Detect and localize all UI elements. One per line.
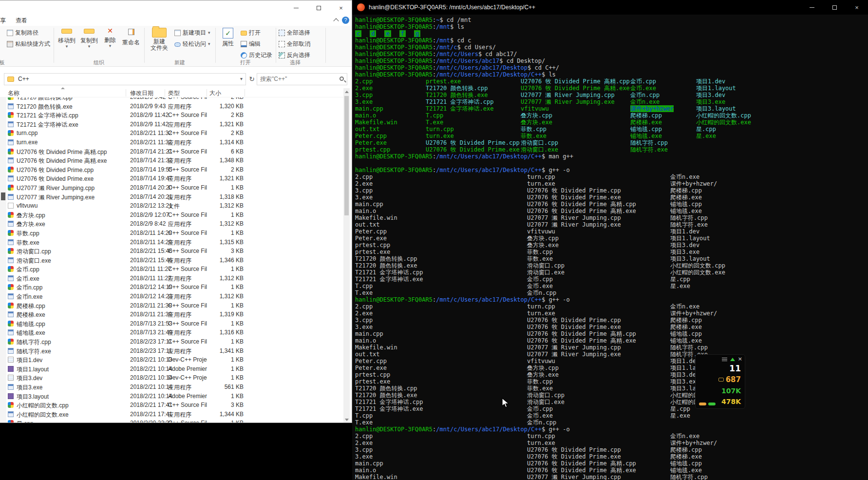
file-row[interactable]: T21720 颜色转换.exe2018/2/9 9:43应用程序1,320 KB — [0, 102, 343, 111]
new-item-button[interactable]: 新建项目 ▾ — [174, 28, 210, 37]
search-input[interactable] — [257, 74, 335, 84]
menu-icon[interactable] — [722, 358, 727, 361]
file-row[interactable]: 铺地毯.cpp2018/7/13 21:53C++ Source File1 K… — [0, 319, 343, 328]
scrollbar-thumb[interactable] — [1, 192, 5, 200]
copy-path-button[interactable]: 复制路径 — [7, 28, 38, 37]
file-row[interactable]: 金币n.exe2018/2/12 14:23应用程序1,312 KB — [0, 292, 343, 301]
file-type: 应用程序 — [168, 257, 191, 265]
file-row[interactable]: 菲数.exe2018/2/11 14:29应用程序1,315 KB — [0, 238, 343, 247]
terminal-text: 爬楼梯.exe — [670, 194, 702, 201]
exe-file-icon — [8, 411, 14, 417]
file-row[interactable]: 项目1.dev2018/2/21 10:13Dev-C++ Project...… — [0, 355, 343, 365]
green-toggle-pill[interactable] — [708, 403, 716, 405]
maximize-button[interactable] — [823, 0, 846, 15]
chevron-down-icon[interactable]: ▾ — [240, 76, 243, 81]
file-row[interactable]: 滑动窗口.exe2018/2/21 15:46应用程序1,346 KB — [0, 256, 343, 265]
file-row[interactable]: 爬楼梯.cpp2018/2/11 21:39C++ Source File1 K… — [0, 301, 343, 310]
file-row[interactable]: 随机字符.cpp2018/2/23 17:11C++ Source File1 … — [0, 337, 343, 346]
file-row[interactable]: vfitvuwu2018/2/12 13:21文件1,312 KB — [0, 201, 343, 211]
rename-button[interactable]: 重命名 — [120, 28, 142, 46]
terminal-text: prtest.cpp — [355, 146, 390, 153]
help-icon[interactable]: ? — [342, 17, 349, 24]
collapse-up-icon[interactable] — [730, 358, 735, 361]
file-row[interactable]: 铺地毯.exe2018/7/13 21:49应用程序1,316 KB — [0, 328, 343, 337]
file-row[interactable]: U27076 牧 Divided Prime 高精.cpp2018/7/14 2… — [0, 147, 343, 156]
refresh-button[interactable]: ↻ — [248, 73, 256, 85]
group-label-new: 新建 — [146, 59, 213, 66]
file-row[interactable]: 星.cpp2018/2/20 22:33C++ Source File1 KB — [0, 419, 343, 423]
properties-button[interactable]: ✓ 属性 — [217, 26, 239, 47]
terminal-text: 项目1.dev — [696, 78, 725, 85]
minimize-button[interactable] — [801, 0, 823, 15]
edit-button[interactable]: 编辑 — [241, 39, 261, 48]
select-all-button[interactable]: 全部选择 — [279, 28, 310, 37]
file-list-scrollbar[interactable] — [343, 88, 350, 423]
terminal-content[interactable]: hanlin@DESKTOP-3FQ0AR5:~$ cd /mnthanlin@… — [352, 15, 868, 480]
close-button[interactable]: × — [846, 0, 868, 15]
file-row[interactable]: 金币.exe2018/2/11 11:27应用程序1,312 KB — [0, 274, 343, 283]
close-button[interactable]: × — [330, 0, 352, 15]
copy-to-button[interactable]: 复制到 ▾ — [78, 28, 100, 49]
file-row[interactable]: T21720 颜色转换.cpp2018/2/9 9:42C++ Source F… — [0, 97, 343, 102]
terminal-line: Peter.cppturn.exe菲数.exe铺地毯.exe星.exe — [355, 133, 868, 139]
file-row[interactable]: 爬楼梯.exe2018/2/11 21:39应用程序1,319 KB — [0, 310, 343, 319]
scroll-up-icon[interactable] — [345, 91, 349, 93]
file-row[interactable]: T21721 金字塔神话.cpp2018/2/9 11:42C++ Source… — [0, 111, 343, 120]
file-row[interactable]: 金币.cpp2018/2/11 11:27C++ Source File1 KB — [0, 265, 343, 274]
file-row[interactable]: 叠方块.cpp2018/2/9 12:07C++ Source File1 KB — [0, 211, 343, 220]
file-size: 1,312 KB — [205, 202, 244, 209]
history-button[interactable]: 历史记录 — [241, 51, 272, 59]
delete-button[interactable]: ✕ 删除 ▾ — [100, 28, 120, 48]
file-row[interactable]: U27076 牧 Divided Prime.exe2018/7/14 19:4… — [0, 174, 343, 183]
file-row[interactable]: 小红帽的回文数.cpp2018/2/21 17:41C++ Source Fil… — [0, 401, 343, 410]
file-row[interactable]: 叠方块.exe2018/2/9 8:42应用程序1,312 KB — [0, 219, 343, 229]
file-row[interactable]: 项目1.layout2018/2/21 10:14Adobe Premiere.… — [0, 365, 343, 374]
open-button[interactable]: 打开 — [241, 28, 261, 37]
new-folder-button[interactable]: 新建 文件夹 — [146, 26, 172, 51]
paste-shortcut-button[interactable]: 粘贴快捷方式 — [7, 39, 50, 48]
invert-selection-button[interactable]: 反向选择 — [279, 51, 310, 59]
tab-view[interactable]: 查看 — [14, 15, 29, 26]
file-row[interactable]: 项目3.exe2018/2/21 10:14应用程序561 KB — [0, 383, 343, 392]
terminal-text: 滑动窗口.cpp — [527, 262, 565, 269]
file-row[interactable]: turn.cpp2018/2/21 11:32C++ Source File2 … — [0, 129, 343, 138]
file-type: C++ Source File — [168, 248, 207, 254]
nav-pane-scrollbar[interactable] — [0, 88, 6, 423]
minimize-button[interactable] — [285, 0, 307, 15]
maximize-button[interactable] — [307, 0, 330, 15]
close-icon[interactable]: × — [738, 357, 742, 362]
group-label-open: 打开 — [217, 59, 274, 66]
file-row[interactable]: 金币n.cpp2018/2/12 14:19C++ Source File1 K… — [0, 283, 343, 292]
file-type: 应用程序 — [168, 193, 191, 202]
terminal-titlebar[interactable]: hanlin@DESKTOP-3FQ0AR5: /mnt/c/Users/abc… — [352, 0, 868, 15]
explorer-titlebar[interactable]: × — [0, 0, 352, 15]
file-row[interactable]: U27077 濑 River Jumping.exe2018/7/14 20:2… — [0, 192, 343, 202]
tab-share-partial[interactable]: 享 — [0, 15, 8, 26]
orange-toggle-pill[interactable] — [699, 403, 706, 405]
search-icon[interactable] — [340, 77, 344, 81]
scrollbar-thumb[interactable] — [344, 96, 349, 215]
select-none-button[interactable]: 全部取消 — [279, 39, 310, 48]
cpp-file-icon — [8, 420, 14, 423]
file-row[interactable]: T21721 金字塔神话.exe2018/2/9 11:42应用程序1,321 … — [0, 120, 343, 129]
file-row[interactable]: 项目3.dev2018/2/21 10:14Dev-C++ Project...… — [0, 373, 343, 383]
file-row[interactable]: U27076 牧 Divided Prime 高精.exe2018/7/14 2… — [0, 156, 343, 165]
move-to-button[interactable]: 移动到 ▾ — [56, 28, 78, 49]
column-header-size[interactable]: 大小 — [209, 89, 221, 97]
file-row[interactable]: 随机字符.exe2018/2/23 17:11应用程序1,341 KB — [0, 346, 343, 356]
easy-access-button[interactable]: 轻松访问 ▾ — [174, 39, 210, 48]
file-row[interactable]: turn.exe2018/2/21 11:32应用程序1,314 KB — [0, 138, 343, 147]
column-header-date[interactable]: 修改日期 — [130, 89, 153, 97]
file-row[interactable]: 小红帽的回文数.exe2018/2/21 17:41应用程序1,344 KB — [0, 410, 343, 419]
column-header-type[interactable]: 类型 — [168, 89, 180, 97]
file-row[interactable]: 项目3.layout2018/2/21 10:14Adobe Premiere.… — [0, 392, 343, 401]
file-row[interactable]: U27076 牧 Divided Prime.cpp2018/7/14 19:5… — [0, 165, 343, 174]
scroll-down-icon[interactable] — [345, 419, 349, 421]
breadcrumb[interactable]: C++ ▾ — [4, 73, 246, 85]
file-row[interactable]: 滑动窗口.cpp2018/2/21 15:46C++ Source File3 … — [0, 247, 343, 256]
column-header-name[interactable]: 名称 — [8, 89, 19, 97]
file-row[interactable]: 菲数.cpp2018/2/11 14:29C++ Source File1 KB — [0, 229, 343, 238]
file-row[interactable]: U27077 濑 River Jumping.cpp2018/7/14 20:2… — [0, 183, 343, 192]
file-date: 2018/2/9 12:07 — [130, 211, 169, 218]
collapse-ribbon-icon[interactable] — [333, 18, 339, 23]
